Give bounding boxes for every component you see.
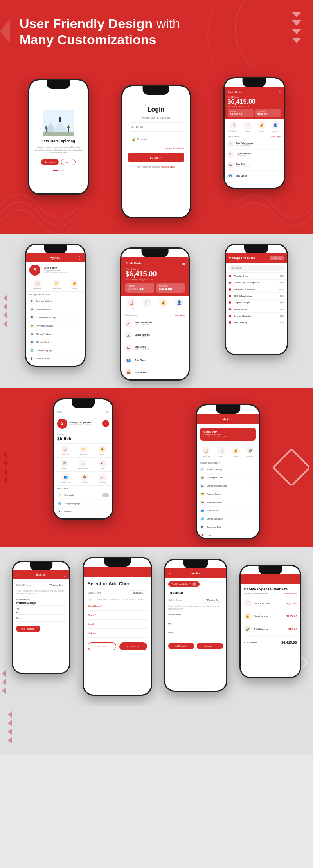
account-menu-dots[interactable]: ⋮ [77, 256, 81, 260]
income-invoice-row: 📄 Invoice income $3,865.00 [244, 597, 297, 610]
create-offer-icon[interactable]: 📋 Create Offer [229, 121, 237, 132]
new-user-button[interactable]: New User ☺ [41, 159, 58, 165]
view-report-link[interactable]: View Report [271, 135, 281, 138]
menu-remove-data[interactable]: 🗑 Remove All Data › [26, 355, 85, 363]
acct2-create[interactable]: 📋Create Offer [202, 447, 210, 457]
total-offers-row: 🏷 Total Offers 3 Offers | $3,841.00 › [225, 160, 284, 171]
product-ecommerce: Ecommerce Website $110 [226, 286, 287, 293]
account-back-btn[interactable]: ← [29, 256, 32, 260]
menu-payment[interactable]: 💳 Payment Gateways › [26, 322, 85, 330]
acct2-invoice[interactable]: 📄Invoice [217, 447, 225, 457]
acct2-payment[interactable]: 💳Payment Gateways› [197, 490, 259, 498]
password-field[interactable]: 🔒 Password [128, 135, 184, 144]
income-icon[interactable]: 💰 Income [257, 121, 265, 132]
add-product-tall-btn[interactable]: Add Product + [168, 643, 194, 649]
acct2-logout[interactable]: 🚪Logout› [197, 531, 259, 538]
forgot-password-link[interactable]: Forgot Password? [128, 147, 184, 150]
dash2-invoice[interactable]: 📄Invoice [143, 298, 151, 310]
account-icon[interactable]: 👤 Account [272, 121, 279, 132]
invoice-sm-product-name: Website Design [16, 601, 66, 606]
sush-contact[interactable]: ✉ Contact us › [54, 516, 112, 518]
add-product-sm-btn[interactable]: Add Product + [16, 626, 40, 632]
menu-subscription[interactable]: 📦 Subscription Plans › [26, 305, 85, 314]
sush-change-lang[interactable]: 🌐 Change Language › [54, 500, 112, 508]
invoice-sm-qty[interactable]: 1 [16, 610, 66, 615]
acct2-expense[interactable]: 💸Expense [246, 447, 254, 457]
product-mobile-app: Mobile App Development $150 [226, 280, 287, 286]
client-phone-input[interactable] [88, 617, 147, 620]
menu-clients[interactable]: 👥 Manage Client › [26, 338, 85, 346]
products-title-label: Manage Products [229, 256, 255, 260]
client-address-input[interactable] [88, 635, 147, 638]
invoice-tall-price-input[interactable] [168, 635, 223, 637]
product-search-bar[interactable]: 🔍 Search [228, 265, 284, 271]
invoice-tall-badge: Total Product Added: 1 ✕ [168, 581, 199, 587]
invoice-icon[interactable]: 📄 Invoice [244, 121, 252, 132]
client-phone-label: Phone * [88, 614, 147, 616]
invoice-sm-notice: If you don't have any product saved in y… [16, 590, 66, 595]
email-field[interactable]: ✉ Email [128, 122, 184, 132]
view-report-2[interactable]: View Report [175, 314, 185, 316]
dash2-create[interactable]: 📋Create Offer [127, 298, 135, 310]
welcome-desc: Modern business requires an automated in… [33, 146, 84, 154]
acct2-products[interactable]: 📦Manage Products› [197, 498, 259, 507]
client-email-label: Email [88, 623, 147, 625]
client-back-btn[interactable]: ← Back [88, 642, 116, 650]
acct2-business[interactable]: ⚙Business Settings› [197, 466, 259, 474]
invoice-tall-select-value[interactable]: Website De... [203, 598, 223, 603]
view-previous-link[interactable]: View Previous [284, 592, 297, 595]
total-products-2: 📦 Total Products › [121, 366, 189, 378]
sush-night-mode[interactable]: 🌙 Night Mode [54, 491, 112, 500]
sush-income2[interactable]: 💰Income [99, 446, 106, 455]
select-client-title: Select or Add Client [88, 581, 147, 586]
invoice-sm-select-value[interactable]: Website De... [47, 583, 66, 587]
select-client-value[interactable]: Paul Dee... [128, 590, 147, 595]
sush-products-icon[interactable]: 📦Products [81, 474, 88, 484]
login-button-welcome[interactable]: Login → [61, 159, 76, 165]
sush-expense[interactable]: 💸Expense [61, 460, 68, 469]
client-name-input[interactable] [88, 608, 147, 611]
unpaid-invoices-row: ⚠ Unpaid Invoices 2 Invoices | $22175 › [225, 150, 284, 160]
acct2-income[interactable]: 💰Income [232, 447, 239, 457]
menu-language[interactable]: 🌐 Change Language › [26, 346, 85, 355]
quick-create[interactable]: 📋Create Offer [33, 280, 42, 289]
continue-tall-btn[interactable]: Continue → [197, 643, 223, 649]
login-submit-button[interactable]: Login → [128, 153, 184, 162]
acct2-remove[interactable]: 🗑Remove All Data› [197, 523, 259, 531]
sush-reporting[interactable]: 📈Reporting [99, 474, 106, 484]
product-domain: Domain Register $10 [226, 313, 287, 319]
income-subtitle: Showing current month data. [244, 592, 269, 595]
sush-task[interactable]: ✓Task [99, 460, 106, 469]
add-product-btn[interactable]: + Add New [270, 256, 283, 260]
product-social: Social Media $40 [226, 306, 287, 313]
welcome-title: Lets Start Exploring [41, 139, 75, 143]
client-email-input[interactable] [88, 626, 147, 629]
acct2-language[interactable]: 🌐Change Language› [197, 515, 259, 523]
dash2-income[interactable]: 💰Income [159, 298, 167, 310]
menu-products[interactable]: 📦 Manage Products › [26, 330, 85, 338]
login-back-arrow[interactable]: ← [128, 99, 184, 103]
client-continue-btn[interactable]: Continue → [119, 642, 147, 650]
phone-sush-menu: Menu ✕ S sush@example.com Current Plan: … [53, 398, 113, 520]
quick-archive[interactable]: 📁Archive List [52, 280, 61, 289]
sush-create-offer[interactable]: 📋Create Offer [61, 446, 69, 455]
acct2-clients[interactable]: 👥Manage Client› [197, 507, 259, 515]
menu-business-settings[interactable]: ⚙ Business Settings › [26, 297, 85, 305]
menu-logo[interactable]: 🖼 Change Business Logo › [26, 314, 85, 322]
sush-about[interactable]: ℹ About us › [54, 508, 112, 516]
acct2-logo[interactable]: 🖼Change Business Logo› [197, 482, 259, 490]
sush-manage-client[interactable]: 👥Manage Client [61, 474, 71, 484]
product-website-design: Website Design $70 [226, 273, 287, 280]
sush-balance-sheet[interactable]: 📊Balance Sheet [78, 460, 88, 469]
invoice-tall-qty-input[interactable] [168, 626, 223, 628]
phone-welcome: Lets Start Exploring Modern business req… [28, 79, 89, 195]
acct2-subscription[interactable]: 📦Subscription Plans› [197, 474, 259, 482]
svg-rect-5 [43, 132, 74, 136]
invoice-tall-product-input[interactable] [168, 617, 223, 619]
quick-income[interactable]: 💰Income [71, 280, 77, 289]
sush-archive[interactable]: 📁Archive List [80, 446, 88, 455]
phone-my-account: ← My Ac... ⋮ S Sush Code sush@example.co… [25, 244, 86, 367]
menu-logout[interactable]: 🚪 Logout › [26, 363, 85, 366]
dash2-account[interactable]: 👤Account [175, 298, 183, 310]
hero-title: User Friendly Design with Many Customiza… [20, 16, 207, 48]
